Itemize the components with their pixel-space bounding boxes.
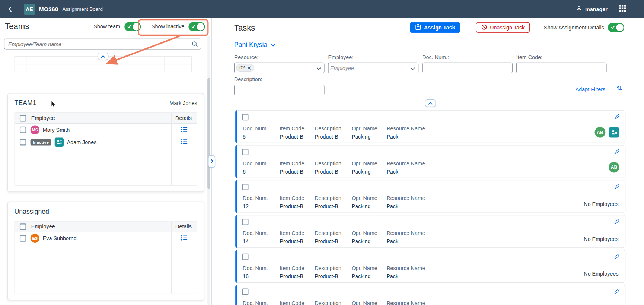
search-input[interactable] — [4, 39, 201, 50]
opr-name-value: Packing — [351, 134, 386, 140]
item-code-filter-input[interactable] — [516, 63, 607, 73]
assigned-avatar[interactable]: AB — [609, 162, 619, 173]
collapse-button[interactable] — [98, 53, 109, 60]
col-label: Item Code — [280, 195, 315, 201]
employee-combobox[interactable] — [328, 63, 419, 73]
col-label: Description — [315, 160, 351, 166]
token-remove-icon[interactable] — [248, 66, 251, 70]
col-label: Doc. Num. — [243, 265, 280, 271]
edit-pencil-icon[interactable] — [614, 148, 620, 155]
panel-splitter[interactable] — [211, 18, 218, 305]
col-label: Doc. Num. — [243, 126, 280, 132]
item-code-value: Product-B — [280, 168, 315, 175]
app-subtitle: Assignment Board — [63, 6, 103, 12]
card-accent-stripe — [235, 145, 237, 178]
team-card-unassigned: Unassigned Employee Details ES Eva Subbo… — [7, 202, 204, 301]
collapse-filter-button[interactable] — [425, 99, 436, 107]
employee-badge-icon — [55, 138, 64, 147]
task-checkbox[interactable] — [242, 219, 249, 225]
resource-name-value: Pack — [386, 273, 440, 280]
description-filter-input[interactable] — [234, 85, 325, 95]
col-label: Resource Name — [386, 230, 440, 236]
resource-name-value: Pack — [386, 168, 440, 175]
user-menu[interactable]: manager — [576, 5, 608, 13]
teams-header: Teams Show team Show inactive — [0, 18, 211, 35]
row-checkbox[interactable] — [20, 139, 26, 146]
task-checkbox[interactable] — [242, 184, 249, 190]
scrolled-table-fragment — [15, 53, 192, 72]
col-label: Resource Name — [386, 265, 440, 271]
edit-pencil-icon[interactable] — [614, 114, 620, 120]
doc-num-value: 12 — [243, 203, 280, 210]
sort-icon[interactable] — [616, 85, 623, 93]
employee-filter-input[interactable] — [330, 65, 408, 71]
select-all-checkbox[interactable] — [20, 223, 26, 230]
assignment-details-icon[interactable] — [609, 127, 619, 138]
details-button[interactable] — [171, 232, 197, 244]
col-label: Opr. Name — [351, 195, 386, 201]
details-column-header: Details — [171, 113, 197, 123]
task-checkbox[interactable] — [242, 149, 249, 155]
description-value: Product-B — [315, 203, 351, 210]
card-accent-stripe — [235, 180, 237, 213]
user-name: manager — [585, 6, 608, 12]
detail-list-icon — [181, 139, 188, 146]
task-card: Doc. Num. Item Code Description Opr. Nam… — [235, 285, 625, 305]
show-inactive-label: Show inactive — [152, 23, 185, 30]
details-button[interactable] — [171, 136, 197, 148]
chevron-down-icon — [270, 41, 276, 48]
resource-combobox[interactable]: 02 — [234, 63, 325, 73]
task-checkbox[interactable] — [242, 114, 249, 121]
no-employees-text: No Employees — [584, 201, 618, 207]
description-value: Product-B — [315, 134, 351, 140]
edit-pencil-icon[interactable] — [614, 288, 620, 294]
expand-panel-button[interactable] — [208, 155, 215, 168]
avatar: MS — [31, 126, 39, 134]
col-label: Resource Name — [386, 126, 440, 132]
app-grid-icon[interactable] — [619, 5, 626, 13]
scrollbar-thumb[interactable] — [207, 78, 210, 189]
employee-column-header: Employee — [31, 115, 55, 121]
edit-pencil-icon[interactable] — [614, 218, 620, 225]
assigned-avatar[interactable]: AB — [595, 127, 606, 138]
assign-task-button[interactable]: Assign Task — [410, 22, 460, 33]
col-label: Opr. Name — [351, 160, 386, 166]
select-all-checkbox[interactable] — [20, 115, 26, 121]
team-name: Unassigned — [15, 208, 49, 215]
doc-num-filter-input[interactable] — [422, 63, 513, 73]
card-accent-stripe — [235, 250, 237, 283]
unassign-task-button[interactable]: Unassign Task — [476, 22, 530, 33]
col-label: Resource Name — [386, 195, 440, 201]
show-team-label: Show team — [93, 23, 120, 30]
team-owner: Mark Jones — [169, 100, 197, 107]
col-label: Description — [315, 126, 351, 132]
table-row-empty — [15, 269, 197, 282]
show-assignment-details-toggle[interactable] — [608, 23, 624, 32]
col-label: Doc. Num. — [243, 160, 280, 166]
col-label: Resource Name — [386, 300, 440, 305]
edit-pencil-icon[interactable] — [614, 183, 620, 190]
chevron-down-icon[interactable] — [410, 67, 415, 70]
task-checkbox[interactable] — [242, 289, 249, 295]
task-checkbox[interactable] — [242, 254, 249, 260]
task-card: Doc. Num.12 Item CodeProduct-B Descripti… — [235, 180, 625, 213]
details-button[interactable] — [171, 124, 197, 136]
check-icon — [611, 25, 615, 29]
show-team-toggle[interactable] — [124, 22, 141, 31]
row-checkbox[interactable] — [20, 235, 26, 242]
row-checkbox[interactable] — [20, 127, 26, 133]
check-icon — [191, 25, 195, 28]
show-inactive-toggle[interactable] — [188, 22, 205, 31]
group-header-link[interactable]: Pani Krysia — [234, 41, 276, 48]
search-icon[interactable] — [192, 41, 198, 47]
table-row-empty — [15, 173, 197, 185]
col-label: Resource Name — [386, 160, 440, 166]
chevron-up-icon — [428, 99, 433, 107]
unassign-icon — [481, 24, 487, 31]
edit-pencil-icon[interactable] — [614, 253, 620, 260]
chevron-down-icon[interactable] — [316, 67, 321, 70]
col-label: Doc. Num. — [243, 195, 280, 201]
teams-title: Teams — [5, 22, 29, 31]
adapt-filters-link[interactable]: Adapt Filters — [576, 86, 606, 92]
back-icon[interactable] — [8, 6, 19, 12]
